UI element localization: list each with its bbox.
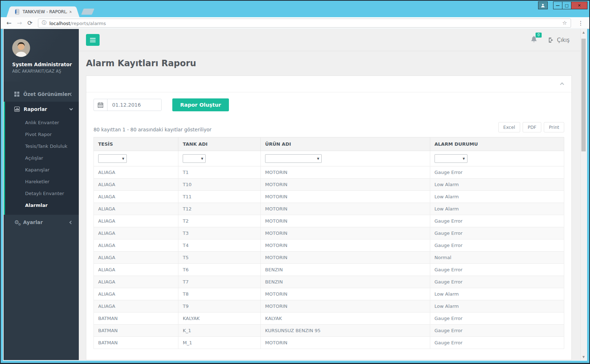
chevron-down-icon xyxy=(69,107,73,111)
cell-tesis: BATMAN xyxy=(94,312,178,325)
table-row: ALIAGA T6 BENZIN Gauge Error xyxy=(94,264,564,276)
select-arrow-icon: ▼ xyxy=(122,157,124,160)
cell-tank-adi: M_1 xyxy=(178,337,261,349)
user-company: ABC AKARYAKIT/GAZ AŞ xyxy=(12,69,73,74)
sidebar-subitem[interactable]: Alarmlar xyxy=(5,199,79,211)
sidebar-subitem-label: Açılışlar xyxy=(25,155,43,161)
cell-tank-adi: T8 xyxy=(178,288,261,300)
cell-alarm-durumu: Low Alarm xyxy=(430,288,564,300)
export-button[interactable]: Print xyxy=(544,122,564,132)
records-info: 80 kayıttan 1 - 80 arasındaki kayıtlar g… xyxy=(93,127,211,132)
cell-alarm-durumu: Low Alarm xyxy=(430,203,564,215)
info-icon[interactable]: ⓘ xyxy=(42,20,47,26)
export-button[interactable]: Excel xyxy=(498,122,520,132)
refresh-icon[interactable]: ⟳ xyxy=(28,20,33,26)
table-body: ALIAGA T1 MOTORIN Gauge Error ALIAGA T10… xyxy=(94,166,564,349)
date-picker[interactable] xyxy=(93,99,162,111)
urun-adi-filter-select[interactable]: ▼ xyxy=(265,154,322,163)
cell-tesis: ALIAGA xyxy=(94,239,178,252)
export-button[interactable]: PDF xyxy=(523,122,541,132)
sidebar-subitem-label: Detaylı Envanter xyxy=(25,191,64,196)
sidebar-subitem-label: Tesis/Tank Doluluk xyxy=(25,144,67,149)
table-row: BATMAN K_1 KURSUNSUZ BENZIN 95 Gauge Err… xyxy=(94,325,564,337)
tab-title: TANKVIEW - RAPORLAR xyxy=(23,9,67,14)
sidebar-subitem[interactable]: Kapanışlar xyxy=(5,164,79,176)
sidebar-submenu-reports: Anlık Envanter Pivot Rapor Tesis/Tank Do… xyxy=(5,117,79,211)
alarm-durumu-filter-select[interactable]: ▼ xyxy=(435,154,467,163)
column-header-tesis[interactable]: TESİS xyxy=(94,137,178,151)
select-arrow-icon: ▼ xyxy=(463,157,465,160)
url-bar[interactable]: ⓘ localhost/reports/alarms ☆ xyxy=(38,19,571,28)
browser-menu-icon[interactable]: ⋮ xyxy=(576,20,585,26)
browser-tab[interactable]: TANKVIEW - RAPORLAR ✕ xyxy=(11,6,75,17)
cell-tesis: ALIAGA xyxy=(94,276,178,288)
column-header-alarm-durumu[interactable]: ALARM DURUMU xyxy=(430,137,564,151)
cell-tank-adi: T3 xyxy=(178,227,261,239)
cell-tank-adi: T2 xyxy=(178,215,261,227)
grid-icon xyxy=(14,92,19,97)
scrollbar-thumb[interactable] xyxy=(581,39,586,151)
cell-tank-adi: T9 xyxy=(178,300,261,312)
url-host: localhost xyxy=(49,21,70,26)
select-arrow-icon: ▼ xyxy=(317,157,319,160)
tab-strip: TANKVIEW - RAPORLAR ✕ xyxy=(11,6,93,17)
sidebar-subitem[interactable]: Anlık Envanter xyxy=(5,117,79,128)
sidebar-subitem[interactable]: Hareketler xyxy=(5,176,79,188)
sidebar-item-reports[interactable]: Raporlar xyxy=(5,102,79,117)
generate-report-button[interactable]: Rapor Oluştur xyxy=(172,98,229,111)
back-icon[interactable]: ← xyxy=(6,20,11,26)
tank-adi-filter-select[interactable]: ▼ xyxy=(183,154,206,163)
bookmark-star-icon[interactable]: ☆ xyxy=(562,20,567,26)
cell-alarm-durumu: Gauge Error xyxy=(430,166,564,179)
sidebar-subitem[interactable]: Pivot Rapor xyxy=(5,128,79,140)
favicon-icon xyxy=(14,9,20,15)
report-date-input[interactable] xyxy=(107,99,161,111)
cell-tesis: ALIAGA xyxy=(94,215,178,227)
sidebar-subitem[interactable]: Tesis/Tank Doluluk xyxy=(5,140,79,152)
sidebar-subitem[interactable]: Açılışlar xyxy=(5,152,79,164)
calendar-icon xyxy=(94,99,107,111)
cell-tesis: ALIAGA xyxy=(94,300,178,312)
logout-button[interactable]: Çıkış xyxy=(548,37,570,43)
maximize-button[interactable]: □ xyxy=(562,1,571,9)
table-row: ALIAGA T4 MOTORIN Gauge Error xyxy=(94,239,564,252)
cell-alarm-durumu: Gauge Error xyxy=(430,227,564,239)
cell-urun-adi: BENZIN xyxy=(261,276,430,288)
cell-tank-adi: T7 xyxy=(178,276,261,288)
close-button[interactable]: ✕ xyxy=(571,1,587,9)
sidebar-item-label: Ayarlar xyxy=(23,219,43,225)
sidebar-subitem[interactable]: Detaylı Envanter xyxy=(5,188,79,199)
minimize-button[interactable]: — xyxy=(553,1,562,9)
column-header-urun-adi[interactable]: ÜRÜN ADI xyxy=(261,137,430,151)
gears-icon: ⚙⚙ xyxy=(14,220,19,225)
sidebar-subitem-label: Anlık Envanter xyxy=(25,120,59,125)
forward-icon[interactable]: → xyxy=(17,20,22,26)
browser-toolbar: ← → ⟳ ⓘ localhost/reports/alarms ☆ ⋮ xyxy=(1,17,589,29)
table-row: ALIAGA T1 MOTORIN Gauge Error xyxy=(94,166,564,179)
cell-tesis: ALIAGA xyxy=(94,179,178,191)
tab-close-icon[interactable]: ✕ xyxy=(69,10,72,14)
table-row: BATMAN M_1 MOTORIN Gauge Error xyxy=(94,337,564,349)
sidebar-item-overview[interactable]: Özet Görünümler xyxy=(4,87,79,102)
cell-tesis: BATMAN xyxy=(94,337,178,349)
cell-tesis: ALIAGA xyxy=(94,288,178,300)
cell-alarm-durumu: Gauge Error xyxy=(430,337,564,349)
collapse-chevron-up-icon[interactable] xyxy=(560,82,564,86)
hamburger-menu-button[interactable] xyxy=(86,34,100,46)
notifications-button[interactable]: 0 xyxy=(531,36,537,44)
scroll-down-icon[interactable]: ▼ xyxy=(581,354,586,360)
sidebar-item-settings[interactable]: ⚙⚙ Ayarlar xyxy=(4,215,79,230)
scroll-up-icon[interactable]: ▲ xyxy=(581,29,586,35)
cell-tank-adi: KALYAK xyxy=(178,312,261,325)
column-header-tank-adi[interactable]: TANK ADI xyxy=(178,137,261,151)
url-path: /reports/alarms xyxy=(70,21,106,26)
cell-urun-adi: MOTORIN xyxy=(261,179,430,191)
page-scrollbar[interactable]: ▲ ▼ xyxy=(580,29,586,360)
tesis-filter-select[interactable]: ▼ xyxy=(98,154,127,163)
browser-profile-button[interactable] xyxy=(538,1,548,9)
new-tab-button[interactable] xyxy=(81,9,95,15)
cell-tesis: ALIAGA xyxy=(94,203,178,215)
cell-urun-adi: MOTORIN xyxy=(261,227,430,239)
sidebar-subitem-label: Kapanışlar xyxy=(25,167,49,173)
cell-alarm-durumu: Low Alarm xyxy=(430,179,564,191)
